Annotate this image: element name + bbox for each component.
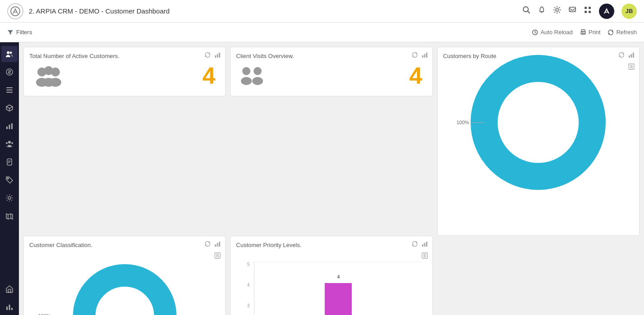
svg-rect-75 bbox=[422, 244, 423, 247]
sidebar-item-badge[interactable] bbox=[1, 154, 18, 170]
arpia-logo-icon[interactable] bbox=[599, 4, 614, 19]
svg-rect-24 bbox=[11, 123, 13, 129]
message-icon[interactable] bbox=[568, 6, 576, 16]
total-customers-widget: Total Number of Active Customers. bbox=[23, 47, 226, 96]
svg-point-32 bbox=[8, 197, 11, 199]
customer-priority-actions bbox=[412, 241, 428, 248]
svg-rect-9 bbox=[585, 11, 587, 13]
svg-line-2 bbox=[528, 11, 530, 14]
filter-bar: Filters Auto Reload Print Refresh bbox=[0, 22, 644, 42]
svg-rect-65 bbox=[215, 244, 216, 247]
svg-rect-23 bbox=[9, 125, 10, 129]
customer-priority-refresh-icon[interactable] bbox=[412, 241, 418, 248]
svg-rect-38 bbox=[11, 308, 13, 310]
sidebar-item-chart[interactable] bbox=[1, 118, 18, 134]
svg-rect-35 bbox=[8, 289, 11, 292]
total-customers-refresh-icon[interactable] bbox=[204, 52, 211, 59]
sidebar-item-bar-chart[interactable] bbox=[1, 299, 18, 315]
settings-icon[interactable] bbox=[553, 6, 561, 16]
action-buttons: Auto Reload Print Refresh bbox=[532, 29, 637, 36]
sidebar-item-list[interactable] bbox=[1, 82, 18, 98]
print-button[interactable]: Print bbox=[580, 29, 601, 36]
svg-rect-49 bbox=[424, 54, 425, 58]
header-left: 2. ARPIA CRM - DEMO - Customer Dashboard bbox=[7, 3, 170, 19]
logo[interactable] bbox=[7, 3, 23, 19]
client-visits-title: Client Visits Overview. bbox=[236, 53, 294, 59]
customers-by-route-chart-icon[interactable] bbox=[628, 52, 635, 59]
client-visits-value: 4 bbox=[236, 59, 426, 87]
bar-chart-area: 4 bbox=[254, 262, 422, 315]
donut-label-100: 100% bbox=[457, 120, 485, 125]
top-header: 2. ARPIA CRM - DEMO - Customer Dashboard… bbox=[0, 0, 644, 22]
notification-icon[interactable] bbox=[538, 6, 546, 16]
customer-classification-donut: 100% bbox=[29, 248, 220, 315]
priority-bar: 4 bbox=[325, 283, 352, 315]
client-visits-chart-icon[interactable] bbox=[422, 52, 428, 59]
svg-point-47 bbox=[43, 78, 54, 87]
svg-rect-21 bbox=[6, 92, 13, 93]
sidebar-item-dollar[interactable] bbox=[1, 64, 18, 80]
sidebar-item-team[interactable] bbox=[1, 136, 18, 152]
customers-by-route-actions bbox=[618, 52, 635, 59]
client-visits-actions bbox=[412, 52, 428, 59]
svg-point-73 bbox=[104, 296, 145, 315]
classification-donut-label: 100% bbox=[38, 313, 66, 315]
sidebar-item-settings[interactable] bbox=[1, 190, 18, 206]
customer-classification-chart-icon[interactable] bbox=[214, 241, 221, 248]
user-avatar[interactable]: JB bbox=[621, 4, 637, 19]
total-customers-actions bbox=[204, 52, 221, 59]
svg-rect-19 bbox=[6, 87, 13, 88]
customers-by-route-refresh-icon[interactable] bbox=[618, 52, 625, 59]
svg-point-54 bbox=[252, 77, 263, 85]
svg-point-51 bbox=[242, 67, 250, 75]
svg-rect-10 bbox=[589, 11, 591, 13]
sidebar-item-box[interactable] bbox=[1, 100, 18, 116]
refresh-button[interactable]: Refresh bbox=[608, 29, 637, 36]
auto-reload-button[interactable]: Auto Reload bbox=[532, 29, 573, 36]
svg-point-44 bbox=[44, 66, 53, 75]
svg-rect-7 bbox=[585, 7, 587, 9]
customer-classification-actions bbox=[204, 241, 221, 248]
svg-rect-77 bbox=[426, 242, 427, 247]
total-customers-title: Total Number of Active Customers. bbox=[29, 53, 119, 59]
customer-priority-title: Customer Priority Levels. bbox=[236, 242, 301, 248]
svg-rect-57 bbox=[633, 53, 634, 58]
search-icon[interactable] bbox=[522, 6, 531, 16]
content-area: Total Number of Active Customers. bbox=[19, 42, 644, 315]
sidebar-item-customers[interactable] bbox=[1, 46, 18, 62]
customer-classification-refresh-icon[interactable] bbox=[204, 241, 211, 248]
svg-point-53 bbox=[241, 77, 252, 85]
svg-rect-8 bbox=[589, 7, 591, 9]
svg-rect-56 bbox=[631, 54, 632, 58]
top-widgets-row: Total Number of Active Customers. bbox=[23, 47, 639, 236]
svg-rect-40 bbox=[217, 54, 218, 58]
priority-bar-element[interactable] bbox=[325, 283, 352, 315]
svg-point-63 bbox=[511, 95, 565, 149]
svg-rect-39 bbox=[215, 55, 216, 58]
svg-point-16 bbox=[7, 51, 9, 54]
filters-button[interactable]: Filters bbox=[7, 29, 32, 36]
priority-bar-chart: 5 4 3 2 1 0 bbox=[236, 248, 426, 315]
header-right: JB bbox=[522, 4, 637, 19]
y-axis: 5 4 3 2 1 0 bbox=[236, 262, 252, 315]
customers-by-route-widget: Customers by Route bbox=[437, 47, 639, 236]
sidebar-item-map[interactable] bbox=[1, 208, 18, 224]
total-customers-chart-icon[interactable] bbox=[214, 52, 221, 59]
customer-priority-chart-icon[interactable] bbox=[422, 241, 428, 248]
svg-rect-76 bbox=[424, 243, 425, 247]
svg-rect-50 bbox=[426, 53, 427, 58]
svg-point-26 bbox=[6, 142, 8, 144]
sidebar bbox=[0, 42, 19, 315]
apps-icon[interactable] bbox=[584, 6, 592, 16]
client-visits-widget: Client Visits Overview. bbox=[230, 47, 432, 96]
customer-classification-title: Customer Classification. bbox=[29, 242, 92, 248]
client-visits-people-icon bbox=[240, 65, 264, 89]
client-visits-refresh-icon[interactable] bbox=[412, 52, 418, 59]
sidebar-item-home[interactable] bbox=[1, 281, 18, 297]
svg-point-25 bbox=[8, 141, 11, 144]
svg-rect-48 bbox=[422, 55, 423, 58]
sidebar-item-tag[interactable] bbox=[1, 172, 18, 188]
svg-rect-28 bbox=[7, 159, 12, 165]
mid-widgets-row: Customer Classification. bbox=[23, 236, 639, 315]
svg-rect-55 bbox=[629, 55, 630, 58]
